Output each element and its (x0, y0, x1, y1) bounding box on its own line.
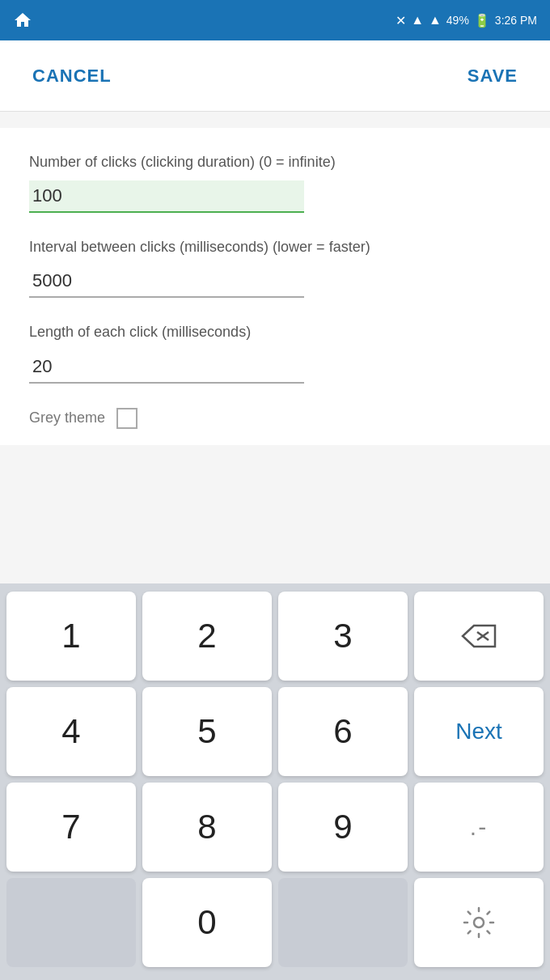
home-icon (13, 11, 32, 30)
key-1[interactable]: 1 (6, 592, 136, 681)
delete-icon (461, 624, 497, 648)
key-empty-left (6, 878, 136, 967)
key-symbols[interactable]: .- (414, 783, 544, 872)
battery-icon: 🔋 (474, 13, 490, 28)
keyboard: 1 2 3 4 5 6 Next 7 8 9 .- 0 (0, 583, 550, 980)
keyboard-row-4: 0 (6, 878, 544, 967)
key-3[interactable]: 3 (278, 592, 408, 681)
save-button[interactable]: SAVE (468, 66, 518, 87)
click-length-input-wrapper (29, 351, 304, 384)
key-9[interactable]: 9 (278, 783, 408, 872)
key-6[interactable]: 6 (278, 687, 408, 776)
signal-icon: ▲ (429, 13, 442, 28)
svg-point-2 (474, 918, 484, 927)
key-0[interactable]: 0 (142, 878, 272, 967)
keyboard-row-3: 7 8 9 .- (6, 783, 544, 872)
click-length-field-group: Length of each click (milliseconds) (29, 322, 521, 383)
status-bar: ✕ ▲ ▲ 49% 🔋 3:26 PM (0, 0, 550, 40)
settings-svg (461, 905, 497, 940)
key-8[interactable]: 8 (142, 783, 272, 872)
status-bar-right: ✕ ▲ ▲ 49% 🔋 3:26 PM (396, 13, 537, 28)
grey-theme-checkbox[interactable] (116, 408, 138, 429)
battery-level: 49% (446, 14, 469, 27)
cancel-button[interactable]: CANCEL (32, 66, 112, 87)
interval-input[interactable] (29, 265, 304, 298)
clicks-input-wrapper (29, 180, 304, 213)
clicks-label: Number of clicks (clicking duration) (0 … (29, 152, 521, 172)
keyboard-row-1: 1 2 3 (6, 592, 544, 681)
key-5[interactable]: 5 (142, 687, 272, 776)
interval-label: Interval between clicks (milliseconds) (… (29, 237, 521, 257)
keyboard-row-2: 4 5 6 Next (6, 687, 544, 776)
key-delete[interactable] (414, 592, 544, 681)
main-content: Number of clicks (clicking duration) (0 … (0, 128, 550, 445)
backspace-svg (461, 624, 497, 648)
no-service-icon: ✕ (396, 13, 406, 28)
grey-theme-label: Grey theme (29, 409, 105, 426)
key-empty-right (278, 878, 408, 967)
wifi-icon: ▲ (411, 13, 424, 28)
click-length-label: Length of each click (milliseconds) (29, 322, 521, 342)
key-settings[interactable] (414, 878, 544, 967)
key-4[interactable]: 4 (6, 687, 136, 776)
time-display: 3:26 PM (495, 14, 537, 27)
grey-theme-row: Grey theme (29, 408, 521, 429)
content-spacer (0, 112, 550, 128)
interval-input-wrapper (29, 265, 304, 298)
status-bar-left (13, 11, 32, 30)
action-bar: CANCEL SAVE (0, 40, 550, 112)
key-next[interactable]: Next (414, 687, 544, 776)
clicks-field-group: Number of clicks (clicking duration) (0 … (29, 152, 521, 213)
key-7[interactable]: 7 (6, 783, 136, 872)
click-length-input[interactable] (29, 351, 304, 384)
key-2[interactable]: 2 (142, 592, 272, 681)
clicks-input[interactable] (29, 180, 304, 213)
interval-field-group: Interval between clicks (milliseconds) (… (29, 237, 521, 298)
